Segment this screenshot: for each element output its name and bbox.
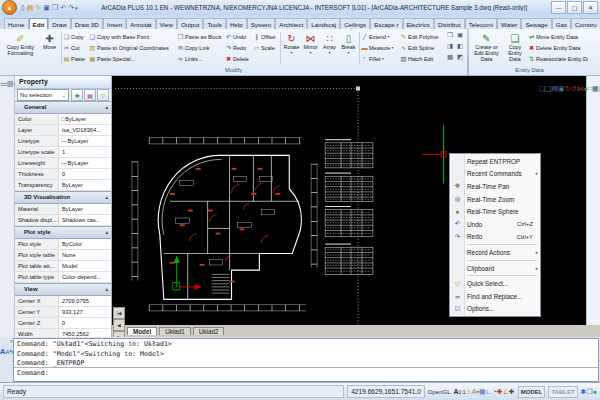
section-header-general[interactable]: General▴	[15, 101, 111, 114]
ribbon-tab[interactable]: Home	[4, 18, 29, 29]
ribbon-tab[interactable]: Edit	[29, 18, 49, 29]
ribbon-tab[interactable]: Landscaj	[307, 18, 340, 29]
menu-item[interactable]: Recent Commands▸	[451, 168, 539, 181]
ribbon-button[interactable]: ⋈Mirror▾	[301, 30, 320, 66]
ribbon-tab[interactable]: View	[156, 18, 177, 29]
ribbon-button[interactable]: ▯Break▾	[339, 30, 358, 66]
ribbon-button[interactable]: ↶Undo	[225, 31, 253, 42]
ribbon-tab[interactable]: Architect	[275, 18, 307, 29]
ribbon-button[interactable]: ◜Fillet▾	[361, 53, 400, 64]
ribbon-button[interactable]: ▨Hatch Edit	[400, 53, 445, 64]
ribbon-button[interactable]: ▬Measure▾	[361, 42, 400, 53]
quick-access-icon[interactable]: ▤	[27, 4, 34, 11]
ribbon-button[interactable]: ╱Extend▾	[361, 31, 400, 42]
layout-nav-button[interactable]: |◀	[113, 307, 125, 319]
ribbon-button[interactable]: ✖Delete Entity Data	[528, 42, 588, 53]
ribbon-button[interactable]: ∿Edit Spline	[400, 42, 445, 53]
modify-tool-icon[interactable]: ▦	[592, 85, 599, 92]
menu-item[interactable]: ✥Real-Time Pan	[451, 180, 539, 193]
property-value[interactable]: □ByLayer	[59, 114, 111, 124]
ribbon-tool-icon[interactable]: ▩	[445, 53, 455, 64]
ribbon-button[interactable]: ✉Copy Link	[177, 42, 225, 53]
ribbon-tab[interactable]: Sewage	[521, 18, 551, 29]
quick-access-icon[interactable]: ↷	[68, 4, 74, 11]
ribbon-tab[interactable]: Gas	[552, 18, 571, 29]
modify-tool-icon[interactable]: ▣	[558, 85, 565, 92]
command-input[interactable]: Command:	[14, 367, 598, 381]
create-entity-data-button[interactable]: ✎ Create or Edit Entity Data	[471, 30, 502, 66]
property-tool-button[interactable]: ✚	[71, 89, 83, 101]
ribbon-button[interactable]: ▱Scale	[253, 42, 279, 53]
ribbon-tool-icon[interactable]: ❒	[445, 31, 455, 42]
section-header-3d-visualisation[interactable]: 3D Visualisation▴	[15, 191, 111, 204]
window-control-button[interactable]: ▢	[567, 1, 582, 14]
ribbon-button[interactable]: ✎Edit Polyline	[400, 31, 445, 42]
property-value[interactable]: Shadows cas...	[59, 215, 111, 225]
menu-item[interactable]: ∞Find and Replace...	[451, 290, 539, 303]
drawing-canvas[interactable]: ❏❑▤▣↻↺⋈●∷▦▢▣✚▭◨╱▬∿ |◀◀▶▶| ModelUkład1Ukł…	[112, 76, 600, 337]
copy-entity-data-button[interactable]: ❏ Copy Entity Data	[502, 30, 528, 66]
property-value[interactable]: ByLayer	[59, 204, 111, 214]
ribbon-button[interactable]: ✖Delete	[225, 53, 253, 64]
ribbon-button[interactable]: ↻Rotate▾	[282, 30, 301, 66]
status-toggle-icon[interactable]: 1:1	[459, 389, 466, 395]
status-tool-icon[interactable]: ●	[593, 388, 597, 395]
ribbon-tab[interactable]: Insert	[103, 18, 126, 29]
menu-item[interactable]: Record Actions▸	[451, 246, 539, 259]
property-value[interactable]: —ByLayer	[59, 136, 111, 146]
ribbon-tab[interactable]: Tools	[203, 18, 225, 29]
ribbon-button[interactable]: ⇄Move Entity Data	[528, 31, 588, 42]
ribbon-tab[interactable]: Draw 3D	[71, 18, 103, 29]
quick-access-icon[interactable]: ❒	[52, 4, 58, 11]
ribbon-tab[interactable]: System	[247, 18, 276, 29]
ribbon-tool-icon[interactable]: ◧	[455, 42, 465, 53]
ribbon-button[interactable]: ⇅Reassociate Entity Data	[528, 53, 588, 64]
layout-tab[interactable]: Układ1	[159, 327, 191, 335]
quick-access-icon[interactable]: ▯	[21, 4, 25, 11]
quick-access-icon[interactable]: ✎	[35, 4, 41, 11]
app-logo-icon[interactable]: ▲	[2, 0, 17, 15]
ribbon-tab[interactable]: Water	[497, 18, 521, 29]
ribbon-tool-icon[interactable]: ◨	[445, 42, 455, 53]
ribbon-tab[interactable]: Telecomi	[465, 18, 497, 29]
menu-item[interactable]: ↷RedoCtrl+Y	[451, 231, 539, 244]
layout-tab[interactable]: Układ2	[193, 327, 225, 335]
property-value[interactable]: 7450.2562	[59, 329, 111, 337]
ribbon-button[interactable]: ▥Paste to Original Coordinates	[89, 42, 177, 53]
quick-access-icon[interactable]: ↶	[60, 4, 66, 11]
window-control-button[interactable]: —	[551, 1, 566, 14]
quick-access-icon[interactable]: ▣	[43, 4, 50, 11]
property-value[interactable]: 2709.0795	[59, 296, 111, 306]
menu-item[interactable]: ▽Quick Select...	[451, 277, 539, 290]
property-value[interactable]: Color-depend...	[59, 272, 111, 282]
property-value[interactable]: 0	[59, 169, 111, 179]
property-value[interactable]: 1	[59, 147, 111, 157]
section-header-view[interactable]: View▴	[15, 283, 111, 296]
ribbon-button[interactable]: ∥Offset	[253, 31, 279, 42]
property-value[interactable]: 933.127	[59, 307, 111, 317]
selection-dropdown[interactable]: No selection ⌄	[17, 89, 69, 101]
menu-item[interactable]: Repeat ENTPROP	[451, 155, 539, 168]
menu-item[interactable]: ☑Options...	[451, 303, 539, 316]
model-space-toggle[interactable]: MODEL	[518, 386, 546, 398]
ribbon-tab[interactable]: Help	[226, 18, 247, 29]
property-value[interactable]: 0	[59, 318, 111, 328]
menu-item[interactable]: ●Real-Time Sphere	[451, 205, 539, 218]
property-tool-button[interactable]: ▤	[84, 89, 96, 101]
ribbon-button[interactable]: ❐Paste as Block	[177, 31, 225, 42]
ribbon-tab[interactable]: Distribut	[434, 18, 465, 29]
section-header-plot-style[interactable]: Plot style▴	[15, 226, 111, 239]
copy-entity-formatting-button[interactable]: ✐ Copy Entity Formatting	[2, 30, 39, 66]
property-value[interactable]: None	[59, 250, 111, 260]
property-value[interactable]: isa_VD18364...	[59, 125, 111, 135]
window-control-button[interactable]: ✕	[583, 1, 598, 14]
menu-item[interactable]: ↶UndoCtrl+Z	[451, 218, 539, 231]
ribbon-button[interactable]: ✂Cut	[63, 42, 89, 53]
ribbon-button[interactable]: ↷Redo	[225, 42, 253, 53]
move-button[interactable]: ✚ Move	[39, 30, 60, 66]
property-value[interactable]: —ByLayer	[59, 158, 111, 168]
tablet-toggle[interactable]: TABLET	[548, 386, 577, 398]
ribbon-tab[interactable]: Constru	[571, 18, 600, 29]
menu-item[interactable]: Clipboard▸	[451, 262, 539, 275]
status-toggle-icon[interactable]: ✚	[509, 388, 515, 395]
